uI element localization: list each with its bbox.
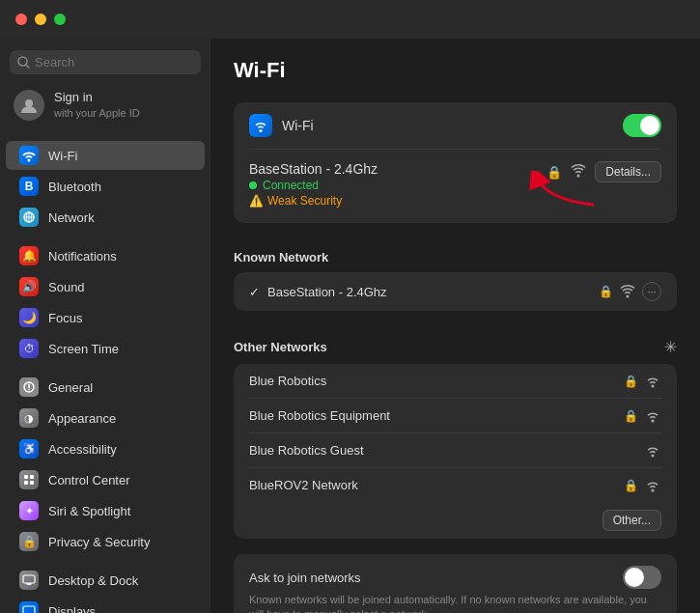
screentime-icon: ⏱ bbox=[19, 339, 39, 358]
other-btn-container: Other... bbox=[234, 502, 677, 539]
wifi-label: Wi-Fi bbox=[282, 118, 314, 133]
sidebar-label-notifications: Notifications bbox=[48, 249, 117, 264]
page-title: Wi-Fi bbox=[234, 58, 677, 83]
sidebar-label-displays: Displays bbox=[48, 604, 96, 614]
minimize-button[interactable] bbox=[35, 14, 46, 25]
wifi-icon bbox=[19, 146, 39, 165]
appearance-icon: ◑ bbox=[19, 408, 39, 428]
other-network-icons-1: 🔒 bbox=[624, 375, 661, 388]
privacy-icon: 🔒 bbox=[19, 532, 39, 551]
current-network-name: BaseStation - 2.4Ghz bbox=[249, 161, 546, 177]
svg-line-1 bbox=[26, 65, 29, 68]
siri-icon: ✦ bbox=[19, 501, 39, 520]
svg-point-2 bbox=[25, 99, 33, 107]
other-network-name-3: Blue Robotics Guest bbox=[249, 443, 364, 458]
search-bar[interactable] bbox=[10, 50, 201, 74]
sign-in-subtitle: with your Apple ID bbox=[54, 106, 140, 120]
svg-rect-13 bbox=[30, 481, 34, 485]
wifi-toggle-switch[interactable] bbox=[623, 114, 661, 137]
traffic-lights bbox=[15, 14, 66, 25]
sidebar-label-screentime: Screen Time bbox=[48, 342, 119, 356]
controlcenter-icon bbox=[19, 470, 39, 489]
sidebar-item-focus[interactable]: 🌙 Focus bbox=[6, 303, 205, 332]
loading-icon: ✳ bbox=[664, 338, 677, 356]
sidebar-item-privacy[interactable]: 🔒 Privacy & Security bbox=[6, 527, 205, 556]
sidebar-label-focus: Focus bbox=[48, 311, 82, 325]
sidebar-label-appearance: Appearance bbox=[48, 411, 116, 426]
ask-join-description: Known networks will be joined automatica… bbox=[249, 593, 661, 613]
known-network-right: 🔒 ··· bbox=[599, 282, 661, 301]
svg-rect-14 bbox=[23, 575, 35, 583]
sidebar-item-bluetooth[interactable]: B Bluetooth bbox=[6, 172, 205, 201]
sidebar-label-network: Network bbox=[48, 210, 95, 225]
known-wifi-icon bbox=[619, 285, 636, 298]
other-networks-card: Blue Robotics 🔒 Blue Robotics Equipment … bbox=[234, 364, 677, 539]
general-icon bbox=[19, 377, 39, 397]
sidebar-item-sound[interactable]: 🔊 Sound bbox=[6, 272, 205, 301]
sidebar-item-accessibility[interactable]: ♿ Accessibility bbox=[6, 434, 205, 463]
more-options-button[interactable]: ··· bbox=[642, 282, 661, 301]
other-networks-header: Other Networks ✳ bbox=[234, 326, 677, 364]
ask-join-header: Ask to join networks bbox=[249, 566, 661, 589]
sidebar-item-displays[interactable]: Displays bbox=[6, 597, 205, 613]
bluetooth-icon: B bbox=[19, 177, 39, 196]
sidebar-item-screentime[interactable]: ⏱ Screen Time bbox=[6, 334, 205, 363]
sidebar-item-desktop[interactable]: Desktop & Dock bbox=[6, 566, 205, 595]
search-icon bbox=[17, 56, 30, 69]
fullscreen-button[interactable] bbox=[54, 14, 66, 25]
ask-join-card: Ask to join networks Known networks will… bbox=[234, 554, 677, 613]
warning-icon: ⚠️ bbox=[249, 194, 264, 208]
avatar bbox=[14, 90, 44, 121]
ask-join-toggle[interactable] bbox=[623, 566, 661, 589]
status-connected-row: Connected bbox=[249, 179, 546, 192]
details-button[interactable]: Details... bbox=[595, 161, 661, 182]
sign-in-row[interactable]: Sign in with your Apple ID bbox=[0, 82, 210, 128]
svg-rect-17 bbox=[23, 606, 35, 613]
svg-rect-11 bbox=[30, 475, 34, 479]
search-input[interactable] bbox=[35, 55, 193, 70]
sidebar-item-controlcenter[interactable]: Control Center bbox=[6, 465, 205, 494]
lock-icon-4: 🔒 bbox=[624, 479, 638, 492]
sidebar-item-notifications[interactable]: 🔔 Notifications bbox=[6, 241, 205, 270]
sidebar-label-general: General bbox=[48, 380, 93, 395]
sidebar-label-privacy: Privacy & Security bbox=[48, 535, 150, 549]
app-body: Sign in with your Apple ID Wi-Fi B Bluet… bbox=[0, 39, 700, 613]
known-network-row[interactable]: ✓ BaseStation - 2.4Ghz 🔒 ··· bbox=[234, 272, 677, 311]
known-network-name: BaseStation - 2.4Ghz bbox=[267, 285, 387, 299]
desktop-icon bbox=[19, 571, 39, 590]
lock-icon-1: 🔒 bbox=[624, 375, 638, 388]
sign-in-title: Sign in bbox=[54, 90, 140, 106]
sidebar-label-bluetooth: Bluetooth bbox=[48, 180, 101, 194]
known-lock-icon: 🔒 bbox=[599, 285, 613, 298]
other-network-row-1[interactable]: Blue Robotics 🔒 bbox=[234, 364, 677, 398]
sidebar-item-general[interactable]: General bbox=[6, 373, 205, 402]
status-warning-row: ⚠️ Weak Security bbox=[249, 194, 546, 208]
other-network-name-4: BlueROV2 Network bbox=[249, 478, 358, 492]
wifi-icon-2 bbox=[644, 409, 661, 423]
sidebar-label-desktop: Desktop & Dock bbox=[48, 573, 138, 588]
svg-rect-10 bbox=[24, 475, 28, 479]
status-connected-label: Connected bbox=[263, 179, 319, 192]
sidebar-item-wifi[interactable]: Wi-Fi bbox=[6, 141, 205, 170]
sound-icon: 🔊 bbox=[19, 277, 39, 296]
other-networks-button[interactable]: Other... bbox=[602, 510, 661, 531]
wifi-toggle-row: Wi-Fi bbox=[234, 102, 677, 149]
other-network-row-3[interactable]: Blue Robotics Guest bbox=[234, 433, 677, 467]
other-network-row-2[interactable]: Blue Robotics Equipment 🔒 bbox=[234, 399, 677, 432]
other-network-row-4[interactable]: BlueROV2 Network 🔒 bbox=[234, 468, 677, 502]
sidebar-label-sound: Sound bbox=[48, 280, 85, 294]
sidebar: Sign in with your Apple ID Wi-Fi B Bluet… bbox=[0, 39, 210, 613]
ask-join-title: Ask to join networks bbox=[249, 571, 361, 585]
red-arrow-annotation bbox=[234, 219, 677, 223]
other-networks-title: Other Networks bbox=[234, 340, 327, 354]
other-network-name-2: Blue Robotics Equipment bbox=[249, 408, 390, 423]
sidebar-item-network[interactable]: Network bbox=[6, 203, 205, 232]
sidebar-item-siri[interactable]: ✦ Siri & Spotlight bbox=[6, 496, 205, 525]
sidebar-label-wifi: Wi-Fi bbox=[48, 149, 77, 163]
sidebar-item-appearance[interactable]: ◑ Appearance bbox=[6, 404, 205, 432]
lock-icon-2: 🔒 bbox=[624, 409, 638, 423]
network-icon bbox=[19, 208, 39, 227]
close-button[interactable] bbox=[15, 14, 27, 25]
accessibility-icon: ♿ bbox=[19, 439, 39, 459]
current-network-info: BaseStation - 2.4Ghz Connected ⚠️ Weak S… bbox=[249, 161, 546, 208]
